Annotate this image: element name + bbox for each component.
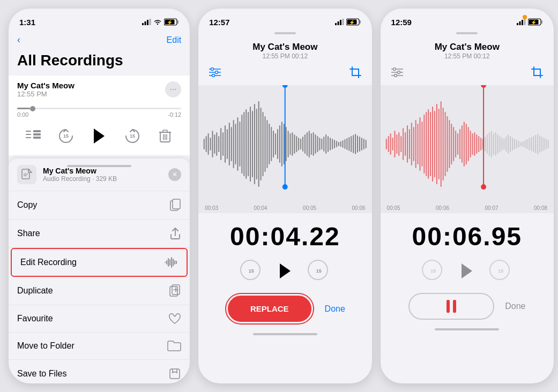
edit-button[interactable]: Edit	[167, 35, 182, 45]
skip-back-button-3[interactable]: 15	[422, 260, 444, 282]
svg-rect-160	[409, 129, 410, 159]
forward-15-button[interactable]: 15	[123, 126, 142, 146]
done-button-2[interactable]: Done	[325, 304, 345, 314]
svg-rect-177	[444, 112, 445, 176]
menu-item-copy[interactable]: Copy	[9, 191, 190, 220]
duplicate-icon	[169, 284, 181, 297]
delete-button[interactable]	[155, 126, 175, 146]
svg-point-134	[282, 184, 288, 190]
rewind-15-button[interactable]: 15	[56, 126, 76, 146]
replace-button[interactable]: REPLACE	[228, 296, 311, 322]
svg-rect-90	[279, 125, 280, 163]
svg-rect-26	[173, 199, 180, 209]
svg-rect-217	[529, 138, 530, 150]
share-icon	[169, 227, 181, 240]
play-button-2[interactable]	[280, 263, 291, 278]
svg-rect-89	[277, 129, 278, 159]
svg-rect-104	[309, 131, 310, 157]
svg-rect-13	[33, 137, 41, 139]
play-button-3[interactable]	[462, 263, 472, 278]
svg-rect-125	[353, 135, 354, 153]
context-menu: My Cat's Meow Audio Recording · 329 KB ✕…	[9, 159, 190, 383]
svg-rect-77	[252, 111, 253, 177]
skip-forward-button-2[interactable]: 15	[308, 260, 330, 282]
pause-bar-left	[447, 300, 450, 313]
crop-button-2[interactable]	[349, 66, 361, 81]
action-row-3: Done	[381, 289, 554, 324]
svg-rect-95	[290, 133, 291, 155]
svg-rect-42	[340, 20, 341, 25]
pause-icon-3	[447, 300, 456, 313]
svg-rect-124	[351, 136, 352, 152]
recording-item-1: My Cat's Meow 12:55 PM ···	[9, 76, 190, 103]
pause-bar-right	[453, 300, 456, 313]
replace-button-wrapper: REPLACE	[225, 293, 314, 325]
menu-item-edit-recording[interactable]: Edit Recording	[11, 248, 188, 277]
context-close-button[interactable]: ✕	[168, 168, 181, 181]
menu-item-save-to-files[interactable]: Save to Files	[9, 360, 190, 383]
skip-back-button-2[interactable]: 15	[240, 260, 263, 282]
waveform-subtitle-3: 12:55 PM 00:12	[381, 52, 554, 60]
time-labels-waveform-2: 00:03 00:04 00:05 00:06	[198, 203, 371, 213]
skip-label-back-3: 15	[430, 268, 436, 274]
svg-rect-181	[453, 127, 454, 161]
svg-rect-40	[335, 23, 337, 25]
audio-file-icon	[21, 169, 33, 180]
back-button[interactable]: ‹	[17, 34, 20, 46]
svg-rect-103	[307, 132, 308, 156]
pause-button-3[interactable]	[408, 293, 494, 320]
svg-rect-54	[204, 139, 205, 149]
svg-rect-122	[347, 138, 348, 150]
svg-rect-184	[459, 129, 460, 159]
svg-rect-209	[512, 138, 513, 150]
svg-rect-64	[225, 125, 226, 163]
svg-rect-99	[298, 138, 299, 150]
play-button-small[interactable]	[88, 125, 110, 147]
svg-rect-202	[497, 134, 498, 154]
progress-track[interactable]	[17, 108, 181, 109]
filter-icon-2	[209, 67, 221, 77]
svg-rect-154	[396, 134, 397, 154]
svg-point-228	[481, 85, 486, 88]
svg-rect-97	[294, 134, 295, 154]
menu-item-share[interactable]: Share	[9, 220, 190, 248]
waveform-area-3[interactable]	[381, 85, 554, 203]
orange-dot-3	[523, 15, 527, 19]
menu-item-favourite[interactable]: Favourite	[9, 305, 190, 333]
svg-rect-215	[524, 140, 525, 148]
action-row-2: REPLACE Done	[198, 289, 371, 329]
list-icon	[26, 130, 41, 142]
waveform-area-2[interactable]	[198, 85, 371, 203]
svg-rect-173	[436, 104, 437, 184]
svg-text:15: 15	[130, 133, 135, 139]
nav-bar-1: ‹ Edit	[9, 32, 190, 50]
status-icons-2: ⚡	[335, 18, 361, 26]
status-bar-1: 1:31 ⚡	[9, 9, 190, 32]
svg-rect-153	[394, 131, 395, 157]
skip-forward-button-3[interactable]: 15	[489, 260, 512, 282]
svg-rect-183	[457, 133, 458, 155]
done-button-3[interactable]: Done	[505, 301, 525, 311]
svg-rect-187	[465, 124, 466, 164]
more-button[interactable]: ···	[165, 81, 181, 97]
filter-button-2[interactable]	[209, 67, 221, 80]
filter-button-3[interactable]	[391, 67, 403, 80]
svg-rect-12	[33, 133, 41, 135]
svg-rect-176	[442, 108, 443, 180]
svg-rect-141	[541, 20, 542, 24]
svg-rect-114	[330, 138, 331, 150]
svg-rect-174	[438, 109, 439, 179]
menu-item-duplicate[interactable]: Duplicate	[9, 277, 190, 305]
crop-button-3[interactable]	[531, 66, 543, 81]
svg-rect-151	[390, 133, 391, 155]
svg-rect-222	[539, 135, 540, 153]
skip-label-back-2: 15	[249, 268, 254, 274]
time-labels-waveform-3: 00:05 00:06 00:07 00:08	[381, 203, 554, 213]
menu-item-move-to-folder[interactable]: Move to Folder	[9, 333, 190, 360]
folder-icon	[167, 340, 181, 352]
svg-point-51	[211, 68, 214, 71]
svg-rect-155	[398, 132, 399, 156]
svg-rect-137	[522, 20, 523, 25]
list-view-button[interactable]	[24, 126, 43, 146]
svg-rect-2	[147, 20, 148, 25]
